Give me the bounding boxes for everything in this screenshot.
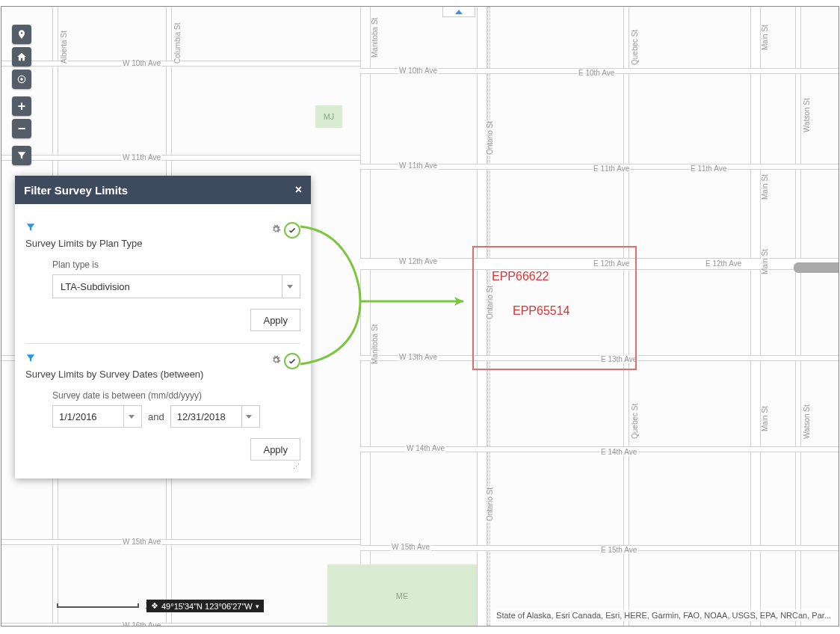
road-label: Manitoba St bbox=[371, 16, 379, 59]
road-label: Ontario St bbox=[486, 486, 494, 523]
road-label: W 16th Ave bbox=[121, 621, 162, 627]
filter-title: Survey Limits by Plan Type bbox=[25, 238, 143, 249]
road-label: E 11th Ave bbox=[689, 164, 728, 173]
expand-icon: ❖ bbox=[151, 601, 158, 611]
road-stub bbox=[794, 262, 839, 273]
road-label: Alberta St bbox=[60, 29, 68, 65]
panel-body: Survey Limits by Plan Type Plan type is bbox=[15, 204, 311, 478]
panel-header: Filter Survey Limits × bbox=[15, 176, 311, 204]
zoom-out-button[interactable]: − bbox=[12, 119, 31, 138]
resize-handle-icon[interactable]: ⋰ bbox=[293, 463, 298, 470]
park-mj: MJ bbox=[315, 105, 342, 128]
filter-survey-dates: Survey Limits by Survey Dates (between) … bbox=[25, 344, 300, 473]
date-value: 12/31/2018 bbox=[177, 411, 226, 422]
filter-enabled-toggle[interactable] bbox=[284, 222, 300, 238]
plan-type-select[interactable]: LTA-Subdivision bbox=[52, 274, 300, 298]
select-value: LTA-Subdivision bbox=[61, 281, 130, 292]
filter-sublabel: Plan type is bbox=[52, 259, 300, 270]
road-label: Watson St bbox=[803, 403, 811, 440]
filter-plan-type: Survey Limits by Plan Type Plan type is bbox=[25, 213, 300, 344]
map-viewport[interactable]: Alberta St Columbia St Manitoba St Manit… bbox=[1, 6, 839, 627]
chevron-down-icon bbox=[241, 405, 256, 428]
coordinate-display[interactable]: ❖ 49°15'34"N 123°06'27"W ▾ bbox=[146, 600, 264, 612]
date-from-input[interactable]: 1/1/2016 bbox=[52, 405, 142, 428]
chevron-down-icon bbox=[282, 275, 297, 298]
filter-button[interactable] bbox=[12, 146, 31, 165]
road-label: W 15th Ave bbox=[390, 543, 431, 551]
road-label: W 12th Ave bbox=[398, 257, 439, 265]
road-label: E 12th Ave bbox=[704, 259, 743, 268]
map-attribution: State of Alaska, Esri Canada, Esri, HERE… bbox=[493, 609, 834, 621]
road-label: Main St bbox=[761, 23, 769, 52]
pin-button[interactable] bbox=[12, 25, 31, 44]
minus-icon: − bbox=[18, 121, 26, 137]
locate-icon bbox=[16, 74, 27, 84]
survey-id-label: EPP66622 bbox=[492, 270, 549, 283]
road-label: Main St bbox=[761, 173, 769, 201]
road-label: W 15th Ave bbox=[121, 538, 162, 546]
road-label: E 10th Ave bbox=[577, 69, 616, 77]
svg-point-1 bbox=[21, 79, 22, 80]
gear-icon[interactable] bbox=[271, 355, 281, 367]
road-label: Quebec St bbox=[631, 402, 639, 440]
filter-enabled-toggle[interactable] bbox=[284, 353, 300, 369]
filter-panel: Filter Survey Limits × Survey Limits by … bbox=[15, 176, 311, 478]
road-label: Ontario St bbox=[486, 120, 494, 156]
home-icon bbox=[16, 52, 27, 62]
road-label: Manitoba St bbox=[371, 323, 379, 366]
filter-icon bbox=[25, 353, 203, 366]
check-icon bbox=[288, 357, 297, 366]
road-label: Watson St bbox=[803, 96, 811, 134]
locate-button[interactable] bbox=[12, 70, 31, 89]
date-to-input[interactable]: 12/31/2018 bbox=[170, 405, 260, 428]
road-label: W 10th Ave bbox=[398, 67, 439, 75]
panel-toggle-top[interactable] bbox=[442, 7, 475, 17]
road-label: Columbia St bbox=[173, 22, 182, 65]
road-label: W 11th Ave bbox=[121, 153, 162, 161]
zoom-in-button[interactable]: + bbox=[12, 96, 31, 116]
survey-id-label: EPP65514 bbox=[513, 304, 570, 318]
chevron-up-icon bbox=[455, 10, 463, 14]
map-toolbar: + − bbox=[12, 25, 31, 165]
park-me: ME bbox=[327, 564, 477, 627]
filter-sublabel: Survey date is between (mm/dd/yyyy) bbox=[52, 390, 300, 401]
road-label: W 13th Ave bbox=[398, 353, 439, 361]
filter-title: Survey Limits by Survey Dates (between) bbox=[25, 369, 203, 380]
road-label: Quebec St bbox=[631, 28, 639, 67]
chevron-down-icon bbox=[123, 405, 138, 428]
road-label: W 11th Ave bbox=[398, 161, 439, 170]
road-label: W 10th Ave bbox=[121, 59, 162, 67]
road-label: E 15th Ave bbox=[599, 546, 638, 554]
apply-button[interactable]: Apply bbox=[250, 438, 300, 461]
gear-icon[interactable] bbox=[271, 224, 281, 236]
road-label: Main St bbox=[761, 404, 769, 433]
date-value: 1/1/2016 bbox=[59, 411, 97, 422]
road-label: E 11th Ave bbox=[592, 164, 631, 173]
check-icon bbox=[288, 226, 297, 235]
coordinate-value: 49°15'34"N 123°06'27"W bbox=[161, 602, 253, 611]
road-label: E 14th Ave bbox=[599, 448, 638, 456]
pin-icon bbox=[16, 29, 27, 40]
close-button[interactable]: × bbox=[295, 183, 302, 197]
filter-icon bbox=[25, 222, 143, 235]
filter-icon bbox=[16, 150, 27, 161]
chevron-down-icon: ▾ bbox=[256, 603, 259, 610]
and-label: and bbox=[148, 411, 164, 422]
apply-button[interactable]: Apply bbox=[250, 309, 300, 331]
plus-icon: + bbox=[18, 99, 26, 114]
home-button[interactable] bbox=[12, 47, 31, 67]
road-label: W 14th Ave bbox=[405, 444, 446, 452]
road-label: Main St bbox=[761, 247, 769, 276]
panel-title: Filter Survey Limits bbox=[24, 184, 128, 197]
